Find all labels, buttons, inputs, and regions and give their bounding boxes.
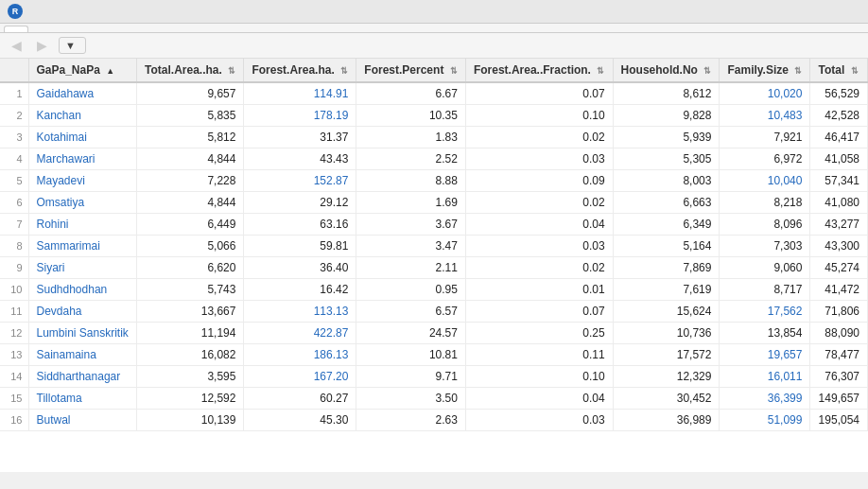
cell-forest-area: 16.42 bbox=[244, 279, 356, 301]
cell-total-area: 11,194 bbox=[137, 323, 244, 344]
col-header-household[interactable]: Household.No bbox=[613, 59, 720, 82]
cell-total: 149,657 bbox=[810, 388, 868, 410]
cell-forest-area: 31.37 bbox=[244, 127, 356, 148]
cell-forest-percent: 3.50 bbox=[356, 388, 466, 410]
sort-icon-fam bbox=[794, 66, 802, 76]
cell-gapa: Siyari bbox=[28, 257, 137, 279]
title-bar: R bbox=[0, 0, 868, 24]
cell-forest-percent: 2.52 bbox=[356, 148, 466, 170]
col-header-total[interactable]: Total bbox=[810, 59, 868, 82]
cell-forest-fraction: 0.11 bbox=[465, 344, 613, 366]
cell-total: 43,300 bbox=[810, 236, 868, 257]
col-header-gapa[interactable]: GaPa_NaPa bbox=[28, 59, 137, 82]
cell-forest-area: 422.87 bbox=[244, 323, 356, 344]
cell-forest-area: 186.13 bbox=[244, 344, 356, 366]
cell-family-size: 10,483 bbox=[720, 105, 810, 127]
cell-household: 15,624 bbox=[613, 301, 720, 323]
cell-total-area: 16,082 bbox=[137, 344, 244, 366]
cell-gapa: Devdaha bbox=[28, 301, 137, 323]
cell-forest-area: 152.87 bbox=[244, 170, 356, 192]
cell-total-area: 4,844 bbox=[137, 192, 244, 214]
table-row: 1 Gaidahawa 9,657 114.91 6.67 0.07 8,612… bbox=[0, 82, 868, 105]
cell-rownum: 2 bbox=[0, 105, 28, 127]
cell-rownum: 11 bbox=[0, 301, 28, 323]
cell-forest-fraction: 0.25 bbox=[465, 323, 613, 344]
cell-forest-area: 63.16 bbox=[244, 214, 356, 236]
toolbar: ◀ ▶ ▼ bbox=[0, 33, 868, 59]
table-row: 12 Lumbini Sanskritik 11,194 422.87 24.5… bbox=[0, 323, 868, 344]
cell-family-size: 10,040 bbox=[720, 170, 810, 192]
tab-bar bbox=[0, 24, 868, 33]
cell-forest-percent: 9.71 bbox=[356, 366, 466, 388]
cell-household: 7,619 bbox=[613, 279, 720, 301]
cell-forest-fraction: 0.10 bbox=[465, 366, 613, 388]
col-header-forest-fraction[interactable]: Forest.Area..Fraction. bbox=[465, 59, 613, 82]
table-row: 14 Siddharthanagar 3,595 167.20 9.71 0.1… bbox=[0, 366, 868, 388]
cell-forest-area: 43.43 bbox=[244, 148, 356, 170]
cell-rownum: 14 bbox=[0, 366, 28, 388]
cell-total: 43,277 bbox=[810, 214, 868, 236]
col-header-total-area[interactable]: Total.Area..ha. bbox=[137, 59, 244, 82]
sort-icon-total bbox=[228, 66, 235, 76]
cell-family-size: 19,657 bbox=[720, 344, 810, 366]
cell-forest-area: 114.91 bbox=[244, 82, 356, 105]
cell-family-size: 6,972 bbox=[720, 148, 810, 170]
cell-gapa: Lumbini Sanskritik bbox=[28, 323, 137, 344]
cell-rownum: 3 bbox=[0, 127, 28, 148]
cell-total-area: 4,844 bbox=[137, 148, 244, 170]
cell-household: 8,612 bbox=[613, 82, 720, 105]
cell-total-area: 5,812 bbox=[137, 127, 244, 148]
cell-gapa: Sudhdhodhan bbox=[28, 279, 137, 301]
cell-household: 9,828 bbox=[613, 105, 720, 127]
cell-forest-percent: 3.47 bbox=[356, 236, 466, 257]
cell-total-area: 5,835 bbox=[137, 105, 244, 127]
filter-button[interactable]: ▼ bbox=[59, 37, 86, 54]
cell-forest-fraction: 0.07 bbox=[465, 301, 613, 323]
cell-forest-area: 178.19 bbox=[244, 105, 356, 127]
col-header-family[interactable]: Family.Size bbox=[720, 59, 810, 82]
cell-forest-percent: 2.11 bbox=[356, 257, 466, 279]
sort-icon-ffrac bbox=[597, 66, 604, 76]
col-header-row[interactable] bbox=[0, 59, 28, 82]
cell-household: 5,939 bbox=[613, 127, 720, 148]
col-header-forest-percent[interactable]: Forest.Percent bbox=[356, 59, 466, 82]
cell-family-size: 8,717 bbox=[720, 279, 810, 301]
cell-family-size: 10,020 bbox=[720, 82, 810, 105]
forward-button[interactable]: ▶ bbox=[33, 36, 51, 55]
table-row: 11 Devdaha 13,667 113.13 6.57 0.07 15,62… bbox=[0, 301, 868, 323]
cell-forest-percent: 6.57 bbox=[356, 301, 466, 323]
cell-rownum: 13 bbox=[0, 344, 28, 366]
cell-family-size: 51,099 bbox=[720, 410, 810, 431]
sort-icon-fpct bbox=[450, 66, 458, 76]
cell-total-area: 9,657 bbox=[137, 82, 244, 105]
cell-rownum: 12 bbox=[0, 323, 28, 344]
file-tab[interactable] bbox=[4, 26, 28, 32]
cell-total-area: 13,667 bbox=[137, 301, 244, 323]
cell-total: 41,472 bbox=[810, 279, 868, 301]
cell-forest-fraction: 0.01 bbox=[465, 279, 613, 301]
cell-total: 46,417 bbox=[810, 127, 868, 148]
table-row: 16 Butwal 10,139 45.30 2.63 0.03 36,989 … bbox=[0, 410, 868, 431]
cell-total: 195,054 bbox=[810, 410, 868, 431]
table-container: GaPa_NaPa Total.Area..ha. Forest.Area.ha… bbox=[0, 59, 868, 472]
cell-forest-fraction: 0.09 bbox=[465, 170, 613, 192]
cell-rownum: 9 bbox=[0, 257, 28, 279]
table-row: 5 Mayadevi 7,228 152.87 8.88 0.09 8,003 … bbox=[0, 170, 868, 192]
cell-forest-percent: 10.35 bbox=[356, 105, 466, 127]
table-row: 8 Sammarimai 5,066 59.81 3.47 0.03 5,164… bbox=[0, 236, 868, 257]
cell-total: 42,528 bbox=[810, 105, 868, 127]
back-button[interactable]: ◀ bbox=[8, 36, 26, 55]
cell-gapa: Butwal bbox=[28, 410, 137, 431]
cell-total: 56,529 bbox=[810, 82, 868, 105]
cell-total-area: 5,066 bbox=[137, 236, 244, 257]
cell-rownum: 10 bbox=[0, 279, 28, 301]
table-row: 7 Rohini 6,449 63.16 3.67 0.04 6,349 8,0… bbox=[0, 214, 868, 236]
cell-gapa: Mayadevi bbox=[28, 170, 137, 192]
cell-household: 12,329 bbox=[613, 366, 720, 388]
col-header-forest-area[interactable]: Forest.Area.ha. bbox=[244, 59, 356, 82]
sort-icon-hh bbox=[703, 66, 711, 76]
cell-forest-percent: 0.95 bbox=[356, 279, 466, 301]
cell-family-size: 7,303 bbox=[720, 236, 810, 257]
cell-forest-fraction: 0.02 bbox=[465, 257, 613, 279]
cell-total-area: 7,228 bbox=[137, 170, 244, 192]
